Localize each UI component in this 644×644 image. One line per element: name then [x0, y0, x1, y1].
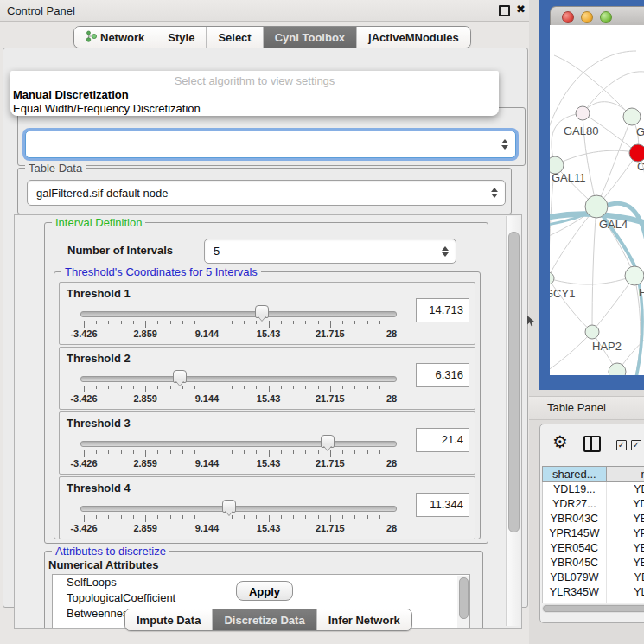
- table-row[interactable]: YBR043CYBR0: [543, 512, 644, 526]
- table-row[interactable]: YIL052CYIL0: [543, 600, 644, 603]
- tick-label: 9.144: [195, 523, 220, 533]
- slider-thumb[interactable]: [255, 305, 269, 318]
- network-node-gal80[interactable]: [576, 106, 590, 120]
- tab-jactivemnodules[interactable]: jActiveMNodules: [357, 27, 470, 48]
- checkbox-icon[interactable]: ✓: [616, 440, 627, 450]
- network-node-c[interactable]: [629, 144, 644, 162]
- threshold-label: Threshold 4: [67, 481, 131, 494]
- threshold-value-field[interactable]: 6.316: [416, 363, 469, 387]
- table-cell[interactable]: YDL19...: [543, 482, 607, 497]
- scrollbar-thumb[interactable]: [543, 605, 644, 612]
- table-cell[interactable]: YPR145W: [543, 526, 607, 541]
- close-traffic-light[interactable]: [562, 11, 574, 23]
- minimize-traffic-light[interactable]: [581, 11, 593, 23]
- network-node-hap2[interactable]: [585, 325, 599, 339]
- table-row[interactable]: YLR345WYLR3: [543, 585, 644, 600]
- scrollbar-thumb[interactable]: [508, 232, 520, 532]
- slider-track[interactable]: [80, 506, 397, 512]
- panel-scrollbar[interactable]: [506, 216, 520, 626]
- tab-discretize-data[interactable]: Discretize Data: [213, 609, 316, 630]
- slider-track[interactable]: [80, 311, 397, 317]
- column-header-shared-name[interactable]: shared...: [542, 466, 607, 482]
- tick-mark: [232, 321, 233, 324]
- threshold-value-field[interactable]: 21.4: [416, 428, 469, 452]
- network-node-h[interactable]: [625, 266, 644, 285]
- tick-mark: [269, 515, 270, 522]
- apply-button[interactable]: Apply: [236, 581, 293, 601]
- table-cell[interactable]: YPR1: [607, 526, 644, 541]
- tab-select[interactable]: Select: [207, 27, 263, 48]
- tick-mark: [194, 386, 195, 389]
- network-node[interactable]: [609, 363, 626, 375]
- table-row[interactable]: YBL079WYBL0: [543, 571, 644, 585]
- tick-mark: [121, 321, 122, 324]
- algorithm-combobox[interactable]: [25, 131, 516, 158]
- tick-mark: [145, 321, 146, 328]
- table-cell[interactable]: YDR27...: [543, 497, 607, 512]
- dropdown-option-manual[interactable]: Manual Discretization: [13, 88, 129, 101]
- table-cell[interactable]: YER054C: [543, 541, 607, 556]
- table-row[interactable]: YER054CYER0: [543, 541, 644, 556]
- table-cell[interactable]: YBL079W: [543, 571, 607, 585]
- tab-cyni-toolbox[interactable]: Cyni Toolbox: [264, 27, 357, 48]
- table-cell[interactable]: YBR0: [607, 556, 644, 571]
- tab-impute-data[interactable]: Impute Data: [125, 609, 213, 630]
- tick-mark: [220, 450, 220, 454]
- zoom-traffic-light[interactable]: [600, 11, 612, 23]
- threshold-value-field[interactable]: 14.713: [416, 298, 469, 322]
- table-row[interactable]: YDL19...YDL1: [543, 482, 644, 497]
- tick-mark: [232, 450, 233, 454]
- table-cell[interactable]: YLR3: [607, 585, 644, 600]
- gear-icon[interactable]: ⚙: [552, 433, 568, 450]
- table-cell[interactable]: YDR2: [607, 497, 644, 512]
- tab-style[interactable]: Style: [156, 27, 207, 48]
- tick-mark: [194, 450, 195, 454]
- column-header-name[interactable]: na: [607, 466, 644, 482]
- table-cell[interactable]: YDL1: [607, 482, 644, 497]
- top-tab-bar: NetworkStyleSelectCyni ToolboxjActiveMNo…: [73, 26, 471, 48]
- network-node-ga[interactable]: [623, 108, 641, 125]
- tick-label: 2.859: [133, 393, 157, 404]
- dropdown-option-equal-width[interactable]: Equal Width/Frequency Discretization: [13, 102, 201, 115]
- slider-thumb[interactable]: [321, 435, 335, 448]
- threshold-value-field[interactable]: 11.344: [416, 493, 469, 517]
- horizontal-scrollbar[interactable]: [542, 604, 644, 613]
- combo-spinner-icon: [501, 139, 508, 150]
- list-scrollbar[interactable]: [457, 576, 469, 629]
- slider-thumb[interactable]: [222, 500, 236, 513]
- table-cell[interactable]: YIL0: [607, 600, 644, 603]
- tick-mark: [330, 450, 331, 457]
- slider-thumb[interactable]: [173, 370, 187, 383]
- tick-mark: [244, 386, 245, 389]
- table-cell[interactable]: YLR345W: [543, 585, 607, 600]
- num-intervals-combobox[interactable]: 5: [204, 239, 456, 264]
- slider-track[interactable]: [80, 376, 397, 382]
- table-cell[interactable]: YBR045C: [543, 556, 607, 571]
- network-window-titlebar[interactable]: [550, 6, 644, 27]
- table-data-combobox[interactable]: galFiltered.sif default node: [27, 180, 506, 206]
- table-cell[interactable]: YBR0: [607, 512, 644, 526]
- table-row[interactable]: YBR045CYBR0: [543, 556, 644, 571]
- network-node-gcy1[interactable]: [550, 272, 554, 284]
- num-intervals-label: Number of Intervals: [67, 244, 173, 257]
- table-cell[interactable]: YBR043C: [543, 512, 607, 526]
- scrollbar-thumb[interactable]: [459, 577, 469, 619]
- tab-infer-network[interactable]: Infer Network: [317, 609, 411, 630]
- tick-mark: [84, 450, 85, 457]
- tab-network[interactable]: Network: [74, 27, 156, 48]
- tab-label: jActiveMNodules: [368, 31, 459, 44]
- table-row[interactable]: YDR27...YDR2: [543, 497, 644, 512]
- close-icon[interactable]: ✖: [516, 3, 526, 16]
- split-columns-icon[interactable]: [583, 436, 601, 452]
- table-row[interactable]: YPR145WYPR1: [543, 526, 644, 541]
- network-icon: [86, 30, 97, 45]
- network-canvas[interactable]: GAL80GACGAL11GAL4GCY1HHAP2: [550, 25, 644, 375]
- table-cell[interactable]: YER0: [607, 541, 644, 556]
- float-window-icon[interactable]: [499, 5, 510, 16]
- table-cell[interactable]: YIL052C: [543, 600, 607, 603]
- network-node-gal4[interactable]: [585, 195, 608, 218]
- bottom-tab-bar: Impute DataDiscretize DataInfer Network: [124, 609, 412, 631]
- table-cell[interactable]: YBL0: [607, 571, 644, 585]
- checkbox-icon[interactable]: ✓: [631, 440, 641, 450]
- slider-track[interactable]: [80, 441, 397, 447]
